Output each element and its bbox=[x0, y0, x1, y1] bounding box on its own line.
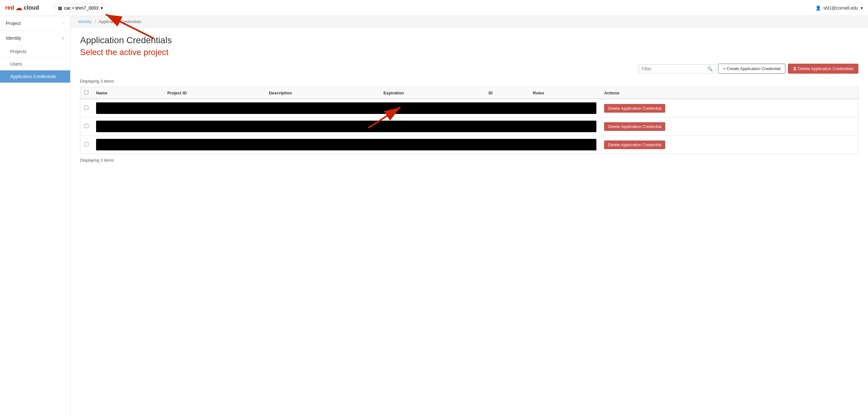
navbar: red ☁ cloud ▦ cac • shm7_0003 ▾ 👤 shl1@c… bbox=[0, 0, 868, 16]
col-checkbox bbox=[81, 87, 92, 99]
content-area: Application Credentials Select the activ… bbox=[70, 28, 868, 173]
table-row: Delete Application Credential bbox=[81, 99, 858, 117]
row3-redacted-cell bbox=[92, 136, 600, 154]
project-icon: ▦ bbox=[58, 5, 62, 10]
delete-credential-button-1[interactable]: Delete Application Credential bbox=[604, 104, 665, 113]
user-email: shl1@cornell.edu bbox=[824, 5, 858, 10]
sidebar-sub-item-users-label: Users bbox=[10, 62, 22, 67]
breadcrumb-parent-link[interactable]: Identity bbox=[78, 19, 92, 24]
breadcrumb: Identity / Application Credentials bbox=[70, 16, 868, 28]
table-row: Delete Application Credential bbox=[81, 117, 858, 136]
filter-input[interactable] bbox=[642, 66, 707, 71]
page-wrapper: red ☁ cloud ▦ cac • shm7_0003 ▾ 👤 shl1@c… bbox=[0, 0, 868, 416]
displaying-count-top: Displaying 3 items bbox=[80, 79, 858, 83]
sidebar-item-project-label: Project bbox=[6, 21, 21, 26]
row1-redacted-block bbox=[96, 102, 596, 114]
col-id: ID bbox=[485, 87, 529, 99]
sidebar-sub-item-app-credentials[interactable]: Application Credentials bbox=[0, 70, 70, 83]
col-roles: Roles bbox=[529, 87, 600, 99]
filter-input-wrap: 🔍 bbox=[639, 64, 716, 73]
col-actions: Actions bbox=[600, 87, 858, 99]
row3-checkbox-cell bbox=[81, 136, 92, 154]
page-title: Application Credentials bbox=[80, 35, 858, 45]
layout: Project › Identity ∨ Projects Users Appl… bbox=[0, 16, 868, 416]
chevron-right-icon: › bbox=[63, 21, 64, 26]
table-header-row: Name Project ID Description Expiration I… bbox=[81, 87, 858, 99]
project-label: cac • shm7_0003 bbox=[64, 5, 99, 10]
table-wrap: Name Project ID Description Expiration I… bbox=[80, 87, 858, 154]
delete-credential-button-2[interactable]: Delete Application Credential bbox=[604, 122, 665, 131]
row1-checkbox[interactable] bbox=[84, 106, 88, 110]
row2-redacted-block bbox=[96, 120, 596, 132]
row2-actions-cell: Delete Application Credential bbox=[600, 117, 858, 136]
sidebar-sub-item-users[interactable]: Users bbox=[0, 58, 70, 70]
row1-actions-cell: Delete Application Credential bbox=[600, 99, 858, 117]
sidebar-item-identity-label: Identity bbox=[6, 35, 21, 41]
toolbar: 🔍 + Create Application Credential 🗑 Dele… bbox=[80, 64, 858, 74]
sidebar-sub-item-app-credentials-label: Application Credentials bbox=[10, 74, 56, 79]
table-row: Delete Application Credential bbox=[81, 136, 858, 154]
create-credential-button[interactable]: + Create Application Credential bbox=[718, 64, 785, 74]
cloud-icon: ☁ bbox=[16, 4, 23, 11]
navbar-brand: red ☁ cloud bbox=[5, 4, 47, 11]
user-icon: 👤 bbox=[815, 5, 821, 10]
row2-redacted-cell bbox=[92, 117, 600, 136]
row3-actions-cell: Delete Application Credential bbox=[600, 136, 858, 154]
search-icon: 🔍 bbox=[707, 66, 713, 71]
delete-credential-button-3[interactable]: Delete Application Credential bbox=[604, 140, 665, 149]
main-content: Identity / Application Credentials Appli… bbox=[70, 16, 868, 416]
brand-text-cloud: cloud bbox=[24, 4, 39, 11]
brand-logo: red ☁ cloud bbox=[5, 4, 39, 11]
breadcrumb-separator: / bbox=[95, 19, 96, 24]
row3-checkbox[interactable] bbox=[84, 142, 88, 146]
annotation-text: Select the active project bbox=[80, 47, 858, 57]
sidebar-item-identity[interactable]: Identity ∨ bbox=[0, 31, 70, 45]
row3-redacted-block bbox=[96, 139, 596, 150]
delete-all-credentials-button[interactable]: 🗑 Delete Application Credentials bbox=[788, 64, 858, 74]
select-all-checkbox[interactable] bbox=[84, 90, 88, 94]
col-name: Name bbox=[92, 87, 164, 99]
navbar-right: 👤 shl1@cornell.edu ▾ bbox=[815, 5, 863, 10]
sidebar-sub-item-projects[interactable]: Projects bbox=[0, 45, 70, 58]
user-dropdown-icon: ▾ bbox=[861, 5, 863, 10]
breadcrumb-current: Application Credentials bbox=[99, 19, 141, 24]
row1-checkbox-cell bbox=[81, 99, 92, 117]
chevron-down-icon: ∨ bbox=[62, 36, 64, 40]
brand-text-red: red bbox=[5, 4, 14, 11]
col-expiration: Expiration bbox=[379, 87, 485, 99]
col-description: Description bbox=[265, 87, 380, 99]
row2-checkbox[interactable] bbox=[84, 124, 88, 128]
credentials-table: Name Project ID Description Expiration I… bbox=[81, 87, 858, 153]
project-dropdown-icon: ▾ bbox=[100, 5, 103, 10]
displaying-count-bottom: Displaying 3 items bbox=[80, 158, 858, 163]
col-project-id: Project ID bbox=[164, 87, 265, 99]
row1-redacted-cell bbox=[92, 99, 600, 117]
row2-checkbox-cell bbox=[81, 117, 92, 136]
sidebar-sub-item-projects-label: Projects bbox=[10, 49, 27, 54]
sidebar: Project › Identity ∨ Projects Users Appl… bbox=[0, 16, 70, 416]
sidebar-item-project[interactable]: Project › bbox=[0, 16, 70, 31]
project-selector-button[interactable]: ▦ cac • shm7_0003 ▾ bbox=[55, 4, 106, 12]
